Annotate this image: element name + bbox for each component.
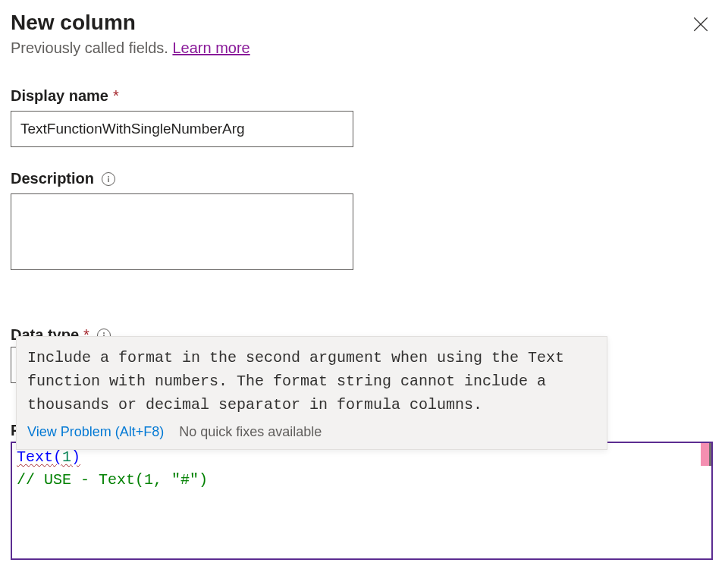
error-tooltip: Include a format in the second argument … [16, 336, 607, 450]
panel-title: New column [11, 11, 250, 35]
code-token-number: 1 [62, 448, 71, 466]
svg-point-4 [103, 332, 105, 334]
display-name-input[interactable] [11, 111, 353, 147]
svg-rect-3 [108, 178, 108, 182]
formula-editor[interactable]: Text(1) // USE - Text(1, "#") [11, 442, 713, 560]
no-fixes-text: No quick fixes available [179, 424, 322, 440]
tooltip-message: Include a format in the second argument … [27, 346, 596, 417]
scrollbar-marker [701, 443, 711, 466]
display-name-label: Display name * [11, 87, 714, 105]
close-icon [693, 17, 708, 32]
required-indicator: * [113, 87, 119, 105]
code-line-2: // USE - Text(1, "#") [17, 469, 707, 492]
code-token-func: Text [17, 448, 53, 466]
code-token-paren: ( [53, 448, 62, 466]
display-name-label-text: Display name [11, 87, 108, 105]
code-token-paren: ) [71, 448, 80, 466]
description-input[interactable] [11, 193, 353, 270]
info-icon[interactable] [102, 172, 115, 186]
close-button[interactable] [687, 11, 714, 40]
description-label-text: Description [11, 170, 94, 187]
panel-subtitle: Previously called fields. Learn more [11, 39, 250, 57]
code-token-comment: // USE - Text(1, "#") [17, 471, 208, 489]
description-label: Description [11, 170, 714, 187]
view-problem-link[interactable]: View Problem (Alt+F8) [27, 424, 164, 440]
svg-point-2 [108, 176, 109, 178]
learn-more-link[interactable]: Learn more [172, 39, 250, 56]
subtitle-text: Previously called fields. [11, 39, 172, 56]
